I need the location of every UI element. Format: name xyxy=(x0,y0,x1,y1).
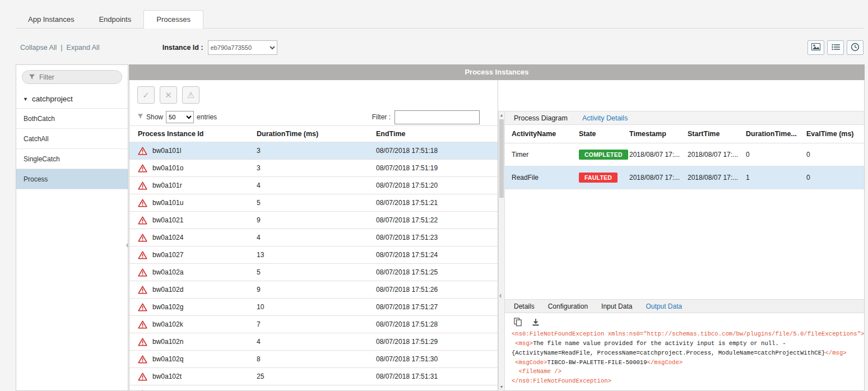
table-row[interactable]: bw0a101l308/07/2018 17:51:18 xyxy=(129,142,498,160)
activity-row[interactable]: ReadFileFAULTED2018/08/07 17:...2018/08/… xyxy=(505,166,864,189)
table-filter-input[interactable] xyxy=(394,110,480,124)
xml-line: <fileName /> xyxy=(512,367,862,376)
cancel-action-button[interactable]: ✕ xyxy=(160,86,177,104)
table-row[interactable]: bw0a102a508/07/2018 17:51:25 xyxy=(129,264,498,281)
table-row[interactable]: bw0a1021908/07/2018 17:51:22 xyxy=(129,212,498,229)
instance-actions-toolbar: ✓ ✕ ⚠ xyxy=(129,80,498,109)
warning-icon xyxy=(138,373,147,381)
endtime-cell: 08/07/2018 17:51:30 xyxy=(376,355,498,363)
activity-name: Timer xyxy=(512,151,579,159)
xml-tag-token: <ns0:FileNotFoundException xmlns:ns0="ht… xyxy=(512,331,864,337)
detail-toolbar xyxy=(505,313,864,328)
process-instance-cell: bw0a102t xyxy=(129,373,257,381)
tab-details[interactable]: Details xyxy=(514,302,535,310)
table-row[interactable]: bw0a102n408/07/2018 17:51:29 xyxy=(129,333,498,351)
timestamp-cell: 2018/08/07 17:... xyxy=(629,174,688,181)
warning-icon xyxy=(138,390,147,391)
top-tabs: App InstancesEndpointsProcesses xyxy=(16,10,864,28)
instance-id-select[interactable]: eb790a773550 xyxy=(208,40,277,55)
sidebar-item-singlecatch[interactable]: SingleCatch xyxy=(16,149,128,169)
panel-collapse-handle[interactable]: ‹ xyxy=(496,287,504,303)
table-rows: bw0a101l308/07/2018 17:51:18bw0a101o308/… xyxy=(129,142,498,390)
warning-icon xyxy=(138,199,147,207)
table-row[interactable]: bw0a102q808/07/2018 17:51:30 xyxy=(129,351,498,368)
process-instance-id: bw0a102t xyxy=(152,373,182,380)
list-view-button[interactable] xyxy=(827,40,844,55)
fault-action-button[interactable]: ⚠ xyxy=(182,86,199,104)
process-instance-cell: bw0a102n xyxy=(129,338,257,346)
sidebar-filter-input[interactable] xyxy=(39,73,112,81)
scrollbar-track[interactable]: ▲ ▼ xyxy=(498,111,505,391)
process-instance-cell: bw0a102q xyxy=(129,355,257,364)
table-filter-label: Filter : xyxy=(372,113,391,121)
table-row[interactable]: bw0a102k708/07/2018 17:51:28 xyxy=(129,316,498,333)
duration-cell: 10 xyxy=(257,303,376,311)
scroll-down-arrow[interactable]: ▼ xyxy=(499,383,504,390)
tab-process-diagram[interactable]: Process Diagram xyxy=(514,114,568,122)
confirm-action-button[interactable]: ✓ xyxy=(137,86,155,104)
copy-icon[interactable] xyxy=(514,318,522,327)
table-row[interactable] xyxy=(129,385,498,390)
table-funnel-icon xyxy=(137,113,143,121)
sidebar-collapse-handle[interactable]: ‹ xyxy=(124,236,131,253)
image-view-button[interactable] xyxy=(807,40,824,55)
warning-icon xyxy=(138,234,147,242)
evaltime-cell: 0 xyxy=(806,174,864,181)
table-row[interactable]: bw0a102d908/07/2018 17:51:26 xyxy=(129,281,498,299)
tab-processes[interactable]: Processes xyxy=(143,10,203,29)
table-row[interactable]: bw0a102g1008/07/2018 17:51:27 xyxy=(129,299,498,316)
process-instance-id: bw0a1027 xyxy=(152,251,183,259)
sidebar-item-process[interactable]: Process xyxy=(16,169,128,189)
tab-output-data[interactable]: Output Data xyxy=(646,302,682,310)
sidebar-filter xyxy=(22,70,122,84)
table-row[interactable]: bw0a102t2508/07/2018 17:51:31 xyxy=(129,368,498,385)
tab-app-instances[interactable]: App Instances xyxy=(16,11,86,28)
process-instance-cell xyxy=(129,390,257,391)
starttime-cell: 2018/08/07 17:... xyxy=(688,151,746,159)
tab-input-data[interactable]: Input Data xyxy=(601,302,632,310)
process-instance-cell: bw0a101o xyxy=(129,164,257,173)
endtime-cell: 08/07/2018 17:51:24 xyxy=(376,251,498,259)
process-instance-cell: bw0a101r xyxy=(129,181,257,190)
tab-configuration[interactable]: Configuration xyxy=(548,302,588,310)
table-row[interactable]: bw0a101o308/07/2018 17:51:19 xyxy=(129,160,498,177)
status-badge: FAULTED xyxy=(579,173,618,183)
xml-line: <msg>The file name value provided for th… xyxy=(512,339,862,348)
activity-row[interactable]: TimerCOMPLETED2018/08/07 17:...2018/08/0… xyxy=(505,143,864,166)
xml-line: {ActivityName=ReadFile, ProcessName=catc… xyxy=(512,348,862,358)
entries-per-page-select[interactable]: 50 xyxy=(166,111,194,123)
show-label: Show xyxy=(146,113,163,121)
download-icon[interactable] xyxy=(532,318,540,327)
xml-text-token: TIBCO-BW-PALETTE-FILE-500019 xyxy=(547,359,647,366)
process-instance-id: bw0a102q xyxy=(152,355,183,363)
xml-tag-token: <fileName /> xyxy=(512,368,561,375)
process-instance-id: bw0a102d xyxy=(152,286,183,294)
scrollbar-thumb[interactable] xyxy=(499,119,504,198)
sidebar-item-catchall[interactable]: CatchAll xyxy=(16,129,128,149)
sidebar-item-bothcatch[interactable]: BothCatch xyxy=(16,109,128,129)
table-row[interactable]: bw0a1024408/07/2018 17:51:23 xyxy=(129,229,498,246)
caret-down-icon[interactable]: ▼ xyxy=(23,96,28,102)
activity-table-header: ActivityNameStateTimestampStartTimeDurat… xyxy=(505,125,864,143)
tab-endpoints[interactable]: Endpoints xyxy=(86,11,143,28)
detail-tab-bar: DetailsConfigurationInput DataOutput Dat… xyxy=(505,299,864,313)
table-row[interactable]: bw0a101u508/07/2018 17:51:21 xyxy=(129,194,498,212)
collapse-all-link[interactable]: Collapse All xyxy=(20,44,57,52)
process-instance-cell: bw0a102a xyxy=(129,268,257,277)
expand-all-link[interactable]: Expand All xyxy=(67,44,100,52)
duration-cell: 9 xyxy=(257,286,376,294)
xml-line: </ns0:FileNotFoundException> xyxy=(512,376,862,386)
process-instance-cell: bw0a101u xyxy=(129,199,257,207)
table-row[interactable]: bw0a101r408/07/2018 17:51:20 xyxy=(129,177,498,194)
duration-cell: 7 xyxy=(257,320,376,328)
clock-view-button[interactable] xyxy=(847,40,864,55)
xml-tag-token: </ns0:FileNotFoundException> xyxy=(512,378,611,384)
process-instance-id: bw0a101r xyxy=(152,181,182,189)
scroll-up-arrow[interactable]: ▲ xyxy=(499,111,504,119)
link-separator: | xyxy=(61,44,62,52)
table-row[interactable]: bw0a10271308/07/2018 17:51:24 xyxy=(129,246,498,264)
vertical-scrollbar[interactable]: ▲ ▼ ‹ xyxy=(498,80,505,391)
entries-label: entries xyxy=(197,113,217,121)
tab-activity-details[interactable]: Activity Details xyxy=(582,114,628,122)
tree-root-catchproject[interactable]: ▼ catchproject xyxy=(16,89,128,109)
